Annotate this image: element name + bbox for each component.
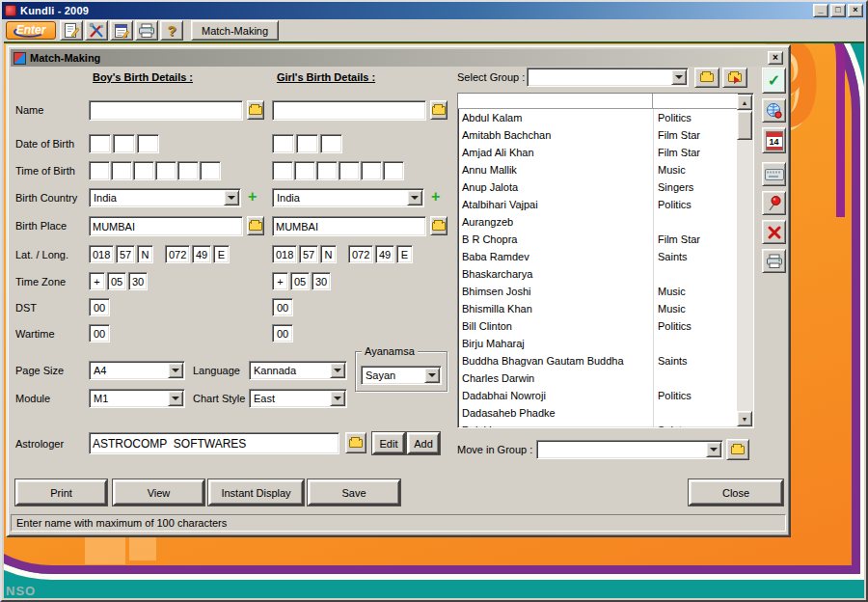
girl-long-deg-input[interactable]: 072 [348,245,373,263]
list-row[interactable]: Bill ClintonPolitics [458,317,738,335]
enter-logo-button[interactable]: Enter [6,21,56,40]
boy-dob-year-input[interactable] [137,134,159,153]
boy-dob-day-input[interactable] [89,134,111,153]
keyboard-button[interactable] [762,162,786,186]
dropdown-button[interactable] [224,190,239,205]
boy-lat-min-input[interactable]: 57 [116,245,135,263]
print-button[interactable]: Print [15,479,107,506]
boy-tob-input-1[interactable] [89,161,110,180]
boy-birth-place-input[interactable] [89,216,243,236]
boy-tz-sign-input[interactable]: + [89,272,105,290]
girl-dob-month-input[interactable] [296,134,318,153]
girl-dob-day-input[interactable] [272,134,294,153]
boy-tob-input-3[interactable] [133,161,154,180]
boy-lat-dir-input[interactable]: N [137,245,153,263]
dialog-close-button[interactable]: × [768,51,783,65]
list-row[interactable]: Charles Darwin [458,369,738,387]
close-dialog-button[interactable]: Close [689,479,783,506]
girl-birth-place-browse-button[interactable] [430,216,448,235]
girl-tz-hour-input[interactable]: 05 [290,272,310,290]
list-row[interactable]: Dalai LamaSaints [458,422,738,427]
girl-tz-sign-input[interactable]: + [272,272,288,290]
dropdown-button[interactable] [424,368,440,383]
boy-tob-input-2[interactable] [111,161,132,180]
match-making-tab-button[interactable]: Match-Making [191,20,279,41]
list-row[interactable]: Bhismilla KhanMusic [458,300,738,317]
match-check-button[interactable]: ✓ [762,68,786,94]
close-button[interactable]: × [848,4,863,17]
edit-form-icon-button[interactable] [110,20,133,41]
girl-dst-input[interactable]: 00 [272,298,293,316]
list-row[interactable]: Birju Maharaj [458,335,738,352]
view-button[interactable]: View [113,479,204,506]
boy-dst-input[interactable]: 00 [89,298,110,316]
boy-wartime-input[interactable]: 00 [89,324,110,342]
people-list-scrollbar[interactable]: ▲ ▼ [737,95,752,426]
girl-lat-deg-input[interactable]: 018 [272,245,297,263]
list-row[interactable]: Anup JalotaSingers [458,178,738,196]
globe-button[interactable] [762,98,786,123]
astrologer-input[interactable] [89,432,339,454]
dropdown-button[interactable] [671,69,687,85]
page-size-dropdown[interactable]: A4 [89,361,185,380]
list-row[interactable]: Bhaskarcharya [458,265,738,283]
girl-birth-place-input[interactable] [272,216,426,236]
girl-name-browse-button[interactable] [430,100,448,120]
astrologer-browse-button[interactable] [345,432,366,453]
girl-tob-input-2[interactable] [294,161,315,180]
list-row[interactable]: Abdul KalamPolitics [458,109,738,126]
girl-dob-year-input[interactable] [320,134,342,153]
new-group-button[interactable] [726,439,749,460]
girl-tob-input-3[interactable] [316,161,338,180]
module-dropdown[interactable]: M1 [89,389,185,408]
language-dropdown[interactable]: Kannada [249,361,347,380]
list-row[interactable]: Dadabhai NowrojiPolitics [458,387,738,404]
boy-name-browse-button[interactable] [247,100,264,120]
dropdown-button[interactable] [330,391,345,406]
minimize-button[interactable]: _ [813,4,828,17]
boy-lat-deg-input[interactable]: 018 [89,245,114,263]
boy-birth-place-browse-button[interactable] [247,216,264,235]
edit-button[interactable]: Edit [372,432,405,454]
list-row[interactable]: Amitabh BachchanFilm Star [458,126,738,144]
pin-button[interactable] [762,191,786,215]
scroll-down-button[interactable]: ▼ [737,411,752,426]
list-row[interactable]: Amjad Ali KhanFilm Star [458,144,738,161]
dropdown-button[interactable] [407,190,422,205]
scroll-up-button[interactable]: ▲ [737,95,752,110]
chart-style-dropdown[interactable]: East [249,389,347,408]
list-row[interactable]: Atalbihari VajpaiPolitics [458,196,738,213]
cancel-button[interactable] [762,220,786,244]
dropdown-button[interactable] [168,391,183,406]
list-row[interactable]: Aurangzeb [458,213,738,231]
boy-name-input[interactable] [89,100,243,121]
delete-group-button[interactable] [722,68,747,88]
boy-long-min-input[interactable]: 49 [192,245,211,263]
dropdown-button[interactable] [706,442,721,457]
girl-add-country-button[interactable]: + [431,189,440,205]
girl-tob-input-4[interactable] [339,161,360,180]
tools-icon-button[interactable] [85,20,108,41]
boy-tz-hour-input[interactable]: 05 [107,272,126,290]
list-row[interactable]: B R ChopraFilm Star [458,231,738,248]
list-row[interactable]: Dadasaheb Phadke [458,404,738,422]
list-row[interactable]: Annu MallikMusic [458,161,738,178]
girl-tz-min-input[interactable]: 30 [312,272,331,290]
maximize-button[interactable]: □ [830,4,846,17]
add-button[interactable]: Add [407,432,440,454]
list-row[interactable]: Baba RamdevSaints [458,248,738,265]
boy-tz-min-input[interactable]: 30 [128,272,148,290]
girl-wartime-input[interactable]: 00 [272,324,293,342]
ayanamsa-dropdown[interactable]: Sayan [361,366,442,385]
girl-tob-input-6[interactable] [383,161,404,180]
girl-long-dir-input[interactable]: E [396,245,413,263]
save-button[interactable]: Save [308,479,400,506]
list-row[interactable]: Buddha Bhagvan Gautam BuddhaSaints [458,352,738,369]
boy-long-deg-input[interactable]: 072 [165,245,190,263]
dropdown-button[interactable] [168,363,183,378]
dropdown-button[interactable] [330,363,345,378]
calendar-button[interactable]: 14 [762,127,786,153]
list-header-name-column[interactable] [458,94,653,108]
boy-tob-input-5[interactable] [177,161,199,180]
print-setup-icon-button[interactable] [135,20,158,41]
